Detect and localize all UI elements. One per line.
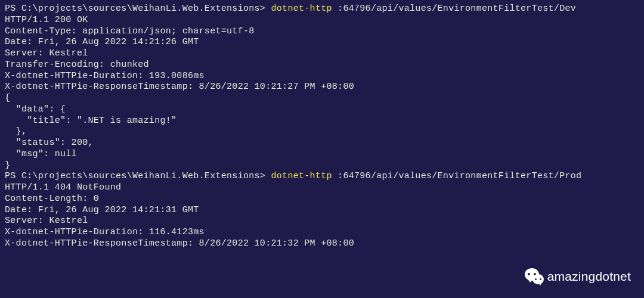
command-args: :64796/api/values/EnvironmentFilterTest/…: [332, 4, 576, 14]
response-header: Content-Type: application/json; charset=…: [5, 26, 639, 38]
response-header: X-dotnet-HTTPie-ResponseTimestamp: 8/26/…: [5, 82, 639, 93]
response-header: Date: Fri, 26 Aug 2022 14:21:26 GMT: [5, 37, 639, 48]
watermark-text: amazingdotnet: [547, 269, 631, 284]
response-header: X-dotnet-HTTPie-ResponseTimestamp: 8/26/…: [5, 238, 639, 250]
ps-prompt: PS C:\projects\sources\WeihanLi.Web.Exte…: [5, 4, 271, 14]
response-header: X-dotnet-HTTPie-Duration: 193.0086ms: [5, 71, 639, 82]
response-body-line: },: [5, 126, 639, 138]
watermark: amazingdotnet: [525, 268, 631, 285]
response-body-line: "title": ".NET is amazing!": [5, 116, 639, 127]
prompt-line-1: PS C:\projects\sources\WeihanLi.Web.Exte…: [5, 4, 639, 15]
command-args: :64796/api/values/EnvironmentFilterTest/…: [332, 171, 582, 181]
prompt-line-2: PS C:\projects\sources\WeihanLi.Web.Exte…: [5, 171, 639, 182]
http-status-line: HTTP/1.1 404 NotFound: [5, 182, 639, 194]
terminal-output[interactable]: PS C:\projects\sources\WeihanLi.Web.Exte…: [5, 4, 639, 250]
response-body-line: {: [5, 93, 639, 104]
response-body-line: "data": {: [5, 104, 639, 116]
command-name: dotnet-http: [271, 171, 332, 181]
response-body-line: "msg": null: [5, 149, 639, 160]
response-header: Transfer-Encoding: chunked: [5, 60, 639, 71]
response-body-line: }: [5, 160, 639, 172]
response-header: Date: Fri, 26 Aug 2022 14:21:31 GMT: [5, 205, 639, 216]
response-body-line: "status": 200,: [5, 138, 639, 149]
response-header: Content-Length: 0: [5, 194, 639, 205]
command-name: dotnet-http: [271, 4, 332, 14]
ps-prompt: PS C:\projects\sources\WeihanLi.Web.Exte…: [5, 171, 271, 181]
wechat-icon: [525, 268, 544, 285]
response-header: Server: Kestrel: [5, 216, 639, 227]
response-header: X-dotnet-HTTPie-Duration: 116.4123ms: [5, 227, 639, 238]
http-status-line: HTTP/1.1 200 OK: [5, 15, 639, 26]
response-header: Server: Kestrel: [5, 48, 639, 60]
